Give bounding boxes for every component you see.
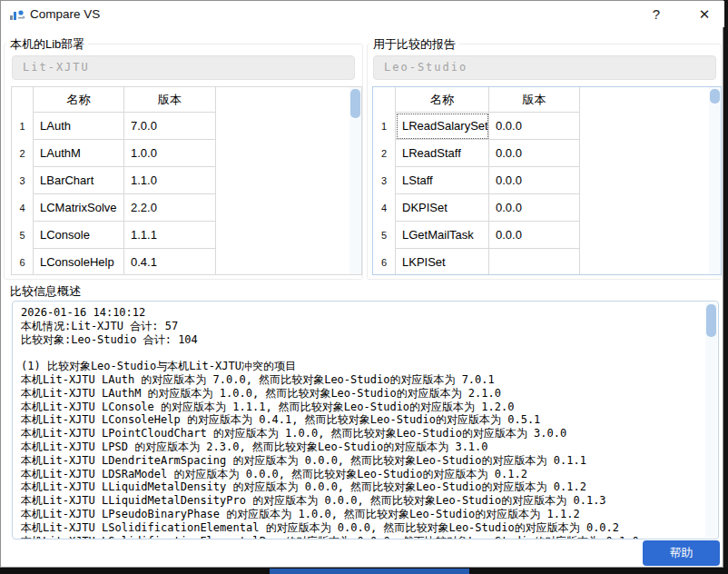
- log-line: 本机Lit-XJTU LConsole 的对应版本为 1.1.1, 然而比较对象…: [21, 401, 693, 414]
- log-line: 比较对象:Leo-Studio 合计: 104: [21, 333, 693, 347]
- version-cell[interactable]: 0.4.1: [124, 249, 216, 275]
- version-cell[interactable]: 1.0.0: [124, 140, 216, 167]
- help-button[interactable]: 帮助: [643, 540, 720, 566]
- version-cell[interactable]: 2.2.0: [124, 194, 216, 222]
- name-cell[interactable]: LGetMailTask: [396, 222, 489, 249]
- table-row[interactable]: 5LConsole1.1.1: [12, 222, 361, 249]
- log-line: 本机情况:Lit-XJTU 合计: 57: [21, 320, 693, 333]
- log-line: 本机Lit-XJTU LSolidificationElementalPro 的…: [21, 535, 693, 539]
- name-cell[interactable]: LReadSalarySet: [396, 113, 489, 140]
- table-rows: 名称版本1LReadSalarySet0.0.02LReadStaff0.0.0…: [373, 87, 721, 275]
- log-line: 本机Lit-XJTU LAuthM 的对应版本为 1.0.0, 然而比较对象Le…: [21, 387, 693, 401]
- version-cell[interactable]: 1.1.0: [124, 167, 216, 194]
- row-number-cell[interactable]: 6: [12, 249, 34, 275]
- log-line: 本机Lit-XJTU LPSD 的对应版本为 2.3.0, 然而比较对象Leo-…: [21, 440, 693, 454]
- name-cell[interactable]: DKPISet: [396, 194, 489, 222]
- table-row[interactable]: 5LGetMailTask0.0.0: [373, 222, 721, 249]
- table-header-row: 名称版本: [373, 87, 721, 113]
- compare-report-table[interactable]: 名称版本1LReadSalarySet0.0.02LReadStaff0.0.0…: [372, 86, 722, 275]
- row-number-cell[interactable]: 1: [373, 113, 396, 140]
- table-row[interactable]: 2LReadStaff0.0.0: [373, 140, 721, 167]
- table-row[interactable]: 6LConsoleHelp0.4.1: [12, 249, 361, 275]
- table-rows: 名称版本1LAuth7.0.02LAuthM1.0.03LBarChart1.1…: [12, 87, 361, 275]
- log-line: 2026-01-16 14:10:12: [21, 306, 693, 320]
- local-lib-input[interactable]: Lit-XJTU: [12, 55, 355, 80]
- log-line: 本机Lit-XJTU LDendriteArmSpacing 的对应版本为 0.…: [21, 454, 693, 468]
- scrollbar-thumb[interactable]: [706, 304, 716, 337]
- table-row[interactable]: 3LStaff0.0.0: [373, 167, 721, 194]
- compare-report-input[interactable]: Leo-Studio: [373, 55, 716, 80]
- row-number-cell[interactable]: 4: [12, 194, 34, 222]
- log-line: 本机Lit-XJTU LPseudoBinaryPhase 的对应版本为 1.0…: [21, 508, 693, 521]
- row-number-cell[interactable]: 5: [373, 222, 396, 249]
- version-column-header[interactable]: 版本: [489, 87, 580, 113]
- corner-header-cell[interactable]: [12, 87, 34, 113]
- name-cell[interactable]: LConsoleHelp: [34, 249, 124, 275]
- window-title: Compare VS: [30, 1, 100, 28]
- table-row[interactable]: 3LBarChart1.1.0: [12, 167, 361, 194]
- log-line: 本机Lit-XJTU LPointCloudChart 的对应版本为 1.0.0…: [21, 427, 693, 440]
- scrollbar-thumb[interactable]: [350, 89, 360, 118]
- table-row[interactable]: 4DKPISet0.0.0: [373, 194, 721, 222]
- taskbar-accent: [270, 569, 469, 574]
- summary-log-text: 2026-01-16 14:10:12本机情况:Lit-XJTU 合计: 57比…: [21, 306, 693, 539]
- summary-label: 比较信息概述: [10, 283, 81, 300]
- version-cell[interactable]: 1.1.1: [124, 222, 216, 249]
- version-cell[interactable]: 0.0.0: [489, 167, 580, 194]
- table-row[interactable]: 1LReadSalarySet0.0.0: [373, 113, 721, 140]
- log-line: 本机Lit-XJTU LDSRaModel 的对应版本为 0.0.0, 然而比较…: [21, 468, 693, 481]
- row-number-cell[interactable]: 2: [12, 140, 34, 167]
- row-number-cell[interactable]: 3: [12, 167, 34, 194]
- version-cell[interactable]: 0.0.0: [489, 194, 580, 222]
- summary-textarea[interactable]: 2026-01-16 14:10:12本机情况:Lit-XJTU 合计: 57比…: [12, 301, 719, 539]
- name-column-header[interactable]: 名称: [396, 87, 489, 113]
- name-cell[interactable]: LConsole: [34, 222, 124, 249]
- name-cell[interactable]: LCMatrixSolve: [34, 194, 124, 222]
- local-lib-table[interactable]: 名称版本1LAuth7.0.02LAuthM1.0.03LBarChart1.1…: [11, 86, 362, 275]
- row-number-cell[interactable]: 4: [373, 194, 396, 222]
- name-cell[interactable]: LAuth: [34, 113, 124, 140]
- compare-vs-dialog: Compare VS ? ✕ 本机的Lib部署 用于比较的报告 Lit-XJTU…: [0, 0, 723, 568]
- table-row[interactable]: 2LAuthM1.0.0: [12, 140, 361, 167]
- log-line: 本机Lit-XJTU LLiquidMetalDensity 的对应版本为 0.…: [21, 480, 693, 494]
- title-bar[interactable]: Compare VS ? ✕: [1, 1, 723, 28]
- log-line: 本机Lit-XJTU LSolidificationElemental 的对应版…: [21, 521, 693, 535]
- table-header-row: 名称版本: [12, 87, 361, 113]
- version-cell[interactable]: 0.0.0: [489, 140, 580, 167]
- version-cell[interactable]: 0.0.0: [489, 222, 580, 249]
- name-column-header[interactable]: 名称: [34, 87, 124, 113]
- version-cell[interactable]: 0.0.0: [489, 113, 580, 140]
- window-help-button[interactable]: ?: [636, 1, 676, 27]
- name-cell[interactable]: LStaff: [396, 167, 489, 194]
- log-line: 本机Lit-XJTU LAuth 的对应版本为 7.0.0, 然而比较对象Leo…: [21, 373, 693, 387]
- version-cell[interactable]: 7.0.0: [124, 113, 216, 140]
- row-number-cell[interactable]: 1: [12, 113, 34, 140]
- log-line: [21, 346, 693, 360]
- row-number-cell[interactable]: 2: [373, 140, 396, 167]
- table-row[interactable]: 1LAuth7.0.0: [12, 113, 361, 140]
- compare-table-scrollbar[interactable]: [709, 87, 721, 274]
- scrollbar-thumb[interactable]: [710, 89, 720, 104]
- corner-header-cell[interactable]: [373, 87, 396, 113]
- compare-report-label: 用于比较的报告: [369, 36, 459, 52]
- name-cell[interactable]: LKPISet: [396, 249, 489, 275]
- log-line: 本机Lit-XJTU LConsoleHelp 的对应版本为 0.4.1, 然而…: [21, 413, 693, 427]
- local-table-scrollbar[interactable]: [349, 87, 361, 274]
- row-number-cell[interactable]: 6: [373, 249, 396, 275]
- table-row[interactable]: 4LCMatrixSolve2.2.0: [12, 194, 361, 222]
- name-cell[interactable]: LReadStaff: [396, 140, 489, 167]
- log-line: 本机Lit-XJTU LLiquidMetalDensityPro 的对应版本为…: [21, 494, 693, 508]
- local-lib-label: 本机的Lib部署: [6, 36, 88, 52]
- log-line: (1) 比较对象Leo-Studio与本机Lit-XJTU冲突的项目: [21, 360, 693, 373]
- compare-icon: [9, 7, 25, 22]
- close-icon[interactable]: ✕: [684, 1, 724, 27]
- row-number-cell[interactable]: 3: [373, 167, 396, 194]
- row-number-cell[interactable]: 5: [12, 222, 34, 249]
- version-cell[interactable]: [489, 249, 580, 275]
- summary-scrollbar[interactable]: [705, 302, 717, 538]
- name-cell[interactable]: LBarChart: [34, 167, 124, 194]
- version-column-header[interactable]: 版本: [124, 87, 216, 113]
- name-cell[interactable]: LAuthM: [34, 140, 124, 167]
- table-row[interactable]: 6LKPISet: [373, 249, 721, 275]
